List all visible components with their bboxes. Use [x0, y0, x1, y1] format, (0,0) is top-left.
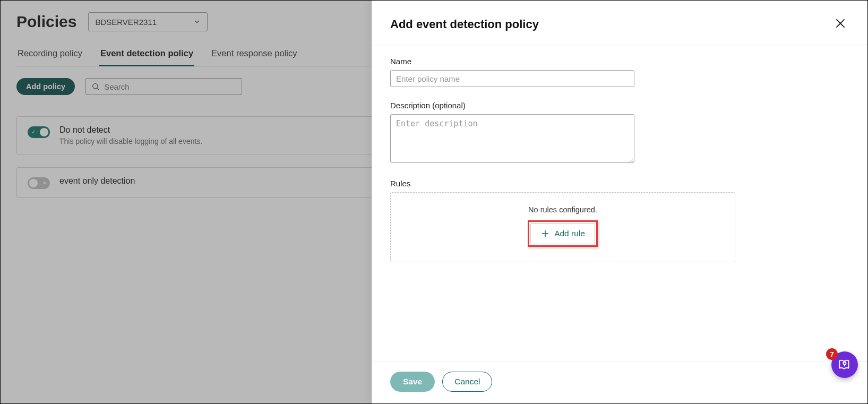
close-button[interactable] — [831, 14, 849, 34]
server-select-value: BDSERVER2311 — [95, 18, 157, 27]
name-field-block: Name — [390, 57, 849, 87]
add-policy-button[interactable]: Add policy — [16, 78, 75, 95]
server-select[interactable]: BDSERVER2311 — [88, 12, 208, 31]
rules-field-block: Rules No rules configured. Add rule — [390, 179, 849, 262]
search-input[interactable] — [104, 82, 236, 91]
policy-text: Do not detect This policy will disable l… — [59, 125, 202, 145]
page-title: Policies — [16, 13, 76, 31]
plus-icon — [540, 229, 550, 238]
policy-name-input[interactable] — [390, 70, 634, 87]
book-lightbulb-icon — [838, 358, 852, 372]
chevron-down-icon — [193, 18, 201, 25]
panel-header: Add event detection policy — [372, 1, 867, 45]
check-icon: ✓ — [31, 130, 36, 135]
add-rule-button[interactable]: Add rule — [530, 223, 595, 244]
help-badge: 7 — [826, 348, 838, 360]
add-rule-label: Add rule — [554, 229, 585, 238]
policy-toggle[interactable]: ✕ — [28, 177, 50, 189]
no-rules-text: No rules configured. — [396, 205, 729, 214]
description-field-block: Description (optional) — [390, 101, 849, 165]
rules-empty-box: No rules configured. Add rule — [390, 192, 735, 262]
tab-event-response-policy[interactable]: Event response policy — [210, 42, 298, 66]
panel-body: Name Description (optional) Rules No rul… — [372, 45, 867, 362]
x-icon: ✕ — [42, 180, 47, 186]
tab-recording-policy[interactable]: Recording policy — [16, 42, 83, 66]
toggle-knob — [29, 179, 38, 187]
svg-line-1 — [97, 88, 99, 90]
policy-desc: This policy will disable logging of all … — [59, 137, 202, 145]
policy-description-input[interactable] — [390, 114, 634, 163]
save-button[interactable]: Save — [390, 372, 435, 392]
policy-name: Do not detect — [59, 125, 202, 135]
description-label: Description (optional) — [390, 101, 849, 110]
search-field[interactable] — [85, 78, 242, 95]
cancel-button[interactable]: Cancel — [442, 372, 492, 392]
policy-name: event only detection — [59, 176, 135, 186]
panel-title: Add event detection policy — [390, 18, 539, 31]
rules-label: Rules — [390, 179, 849, 188]
close-icon — [833, 16, 847, 30]
tab-event-detection-policy[interactable]: Event detection policy — [99, 42, 194, 66]
policy-text: event only detection — [59, 176, 135, 186]
name-label: Name — [390, 57, 849, 66]
svg-point-0 — [93, 84, 98, 89]
panel-footer: Save Cancel — [372, 362, 867, 403]
add-policy-panel: Add event detection policy Name Descript… — [372, 1, 867, 403]
add-rule-highlight: Add rule — [528, 220, 598, 247]
toggle-knob — [40, 128, 48, 136]
search-icon — [91, 82, 100, 91]
policy-toggle[interactable]: ✓ — [28, 126, 50, 138]
help-fab[interactable]: 7 — [831, 351, 858, 378]
